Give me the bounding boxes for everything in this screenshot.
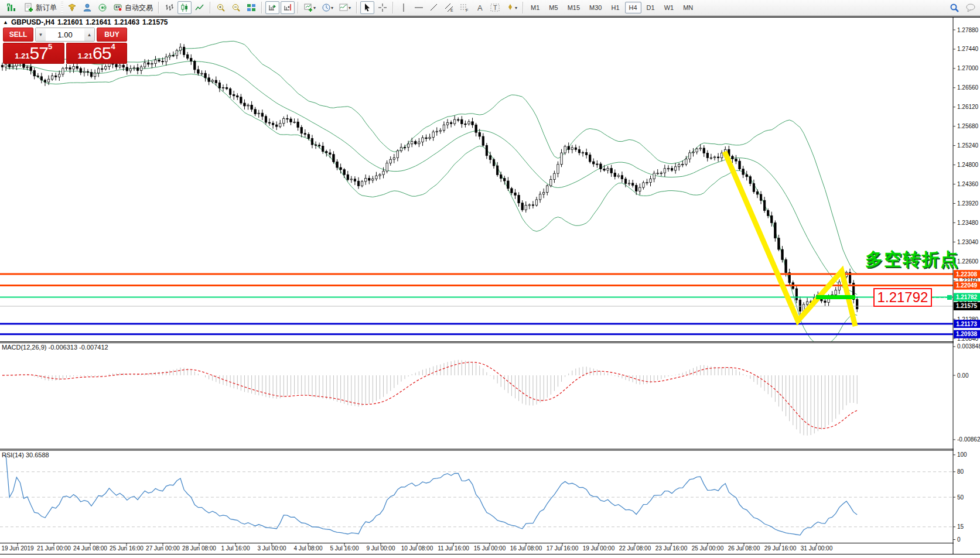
time-tick-label: 25 Jun 16:00 xyxy=(110,545,144,552)
price-badge-label: 1.22308 xyxy=(956,271,978,278)
tf-button-H1[interactable]: H1 xyxy=(607,2,623,13)
candle-body xyxy=(636,185,637,191)
text-button[interactable]: A xyxy=(473,1,487,14)
volume-increase-button[interactable]: ▲ xyxy=(84,28,94,41)
price-tick-label: 1.26120 xyxy=(957,104,979,110)
tf-button-M15[interactable]: M15 xyxy=(564,2,584,13)
candle-body xyxy=(5,64,6,67)
toolbar-grip xyxy=(61,2,63,13)
buy-price-big: 65 xyxy=(93,44,111,62)
toolbar-separator xyxy=(523,2,524,13)
chat-button[interactable] xyxy=(963,1,978,14)
community-button[interactable] xyxy=(80,1,94,14)
candle-body xyxy=(465,124,466,125)
cursor-button[interactable] xyxy=(360,1,374,14)
toolbar-separator xyxy=(356,2,357,13)
zoom-out-icon xyxy=(231,3,241,12)
candle-body xyxy=(749,177,751,184)
candle-body xyxy=(415,142,416,144)
zoom-out-button[interactable] xyxy=(229,1,243,14)
candle-body xyxy=(547,186,548,192)
price-tick-label: 1.24360 xyxy=(957,181,979,187)
signals-button[interactable] xyxy=(95,1,110,14)
price-tick-label: 1.27000 xyxy=(957,65,979,71)
horizontal-line-button[interactable] xyxy=(412,1,426,14)
vertical-line-button[interactable] xyxy=(397,1,411,14)
buy-price-tile[interactable]: 1.21654 xyxy=(66,43,128,64)
pane-separator-handle[interactable] xyxy=(0,447,980,453)
tf-button-M1[interactable]: M1 xyxy=(527,2,544,13)
channel-icon: E xyxy=(445,3,454,12)
indicators-dropdown[interactable]: ▾ xyxy=(337,1,353,14)
candle-body xyxy=(297,122,299,127)
price-badge-label: 1.20938 xyxy=(956,331,978,337)
candle-body xyxy=(144,63,146,67)
tf-button-H4[interactable]: H4 xyxy=(625,2,641,13)
candle-body xyxy=(44,80,46,82)
candle-body xyxy=(83,71,85,73)
line-chart-button[interactable] xyxy=(193,1,207,14)
candle-body xyxy=(244,103,245,106)
quote-open: 1.21601 xyxy=(57,18,83,26)
caret-down-icon: ▾ xyxy=(313,5,316,11)
candle-body xyxy=(856,299,858,309)
fibonacci-button[interactable]: F xyxy=(457,1,472,14)
candle-body xyxy=(372,179,374,180)
new-order-button[interactable]: 新订单 xyxy=(22,1,59,14)
pane-separator-handle[interactable] xyxy=(0,340,980,345)
chart-shift-button[interactable] xyxy=(281,1,295,14)
tf-button-D1[interactable]: D1 xyxy=(643,2,659,13)
candle-body xyxy=(379,174,381,176)
tf-button-MN[interactable]: MN xyxy=(679,2,697,13)
candle-body xyxy=(646,183,648,183)
sell-button[interactable]: SELL xyxy=(3,28,33,42)
candle-body xyxy=(407,144,409,148)
equidistant-channel-button[interactable]: E xyxy=(442,1,456,14)
text-label-button[interactable]: T xyxy=(488,1,502,14)
candle-body xyxy=(329,153,331,155)
candle-body xyxy=(251,105,252,109)
macd-tick-label: 0.003848 xyxy=(957,343,980,350)
candle-body xyxy=(732,156,733,159)
chart-menu-arrow[interactable]: ▲ xyxy=(3,19,8,25)
tile-windows-button[interactable] xyxy=(244,1,258,14)
chart-autoscroll-button[interactable] xyxy=(265,1,279,14)
turning-point-annotation[interactable]: 多空转折点 xyxy=(865,249,959,269)
candle-body xyxy=(568,146,569,149)
new-chart-dropdown[interactable]: ▾ xyxy=(302,1,318,14)
tf-button-M30[interactable]: M30 xyxy=(585,2,606,13)
tf-button-W1[interactable]: W1 xyxy=(660,2,678,13)
quote-high: 1.21641 xyxy=(86,18,111,26)
sell-price-tile[interactable]: 1.21575 xyxy=(3,43,64,64)
candle-body xyxy=(222,87,224,88)
candle-body xyxy=(293,122,295,122)
price-tick-label: 1.22600 xyxy=(957,258,979,265)
zoom-in-button[interactable] xyxy=(214,1,228,14)
crosshair-button[interactable] xyxy=(375,1,390,14)
time-tick-label: 19 Jun 2019 xyxy=(1,545,33,552)
candle-body xyxy=(446,122,448,125)
arrows-dropdown[interactable]: ▾ xyxy=(503,1,520,14)
search-button[interactable] xyxy=(947,1,962,14)
time-axis[interactable]: 19 Jun 201921 Jun 00:0024 Jun 08:0025 Ju… xyxy=(1,543,832,552)
autotrading-button[interactable]: 自动交易 xyxy=(111,1,155,14)
candle-body xyxy=(653,173,655,179)
bar-chart-button[interactable] xyxy=(162,1,176,14)
candle-body xyxy=(418,142,420,144)
chart-canvas[interactable]: 1.278801.274401.270001.265601.261201.256… xyxy=(0,0,980,558)
tf-button-M5[interactable]: M5 xyxy=(545,2,562,13)
candle-body xyxy=(439,131,441,131)
svg-text:A: A xyxy=(477,4,483,12)
trendline-button[interactable] xyxy=(427,1,441,14)
candle-body xyxy=(383,171,384,174)
periods-dropdown[interactable]: ▾ xyxy=(319,1,336,14)
candlestick-button[interactable] xyxy=(177,1,192,14)
volume-decrease-button[interactable]: ▼ xyxy=(36,28,46,41)
chart-shift-icon xyxy=(283,3,292,12)
candle-body xyxy=(699,148,701,149)
green-highlight-segment[interactable] xyxy=(816,295,855,299)
candle-body xyxy=(183,47,185,55)
price-tick-label: 1.26560 xyxy=(957,84,979,91)
metaeditor-button[interactable] xyxy=(65,1,79,14)
candle-body xyxy=(806,302,808,304)
